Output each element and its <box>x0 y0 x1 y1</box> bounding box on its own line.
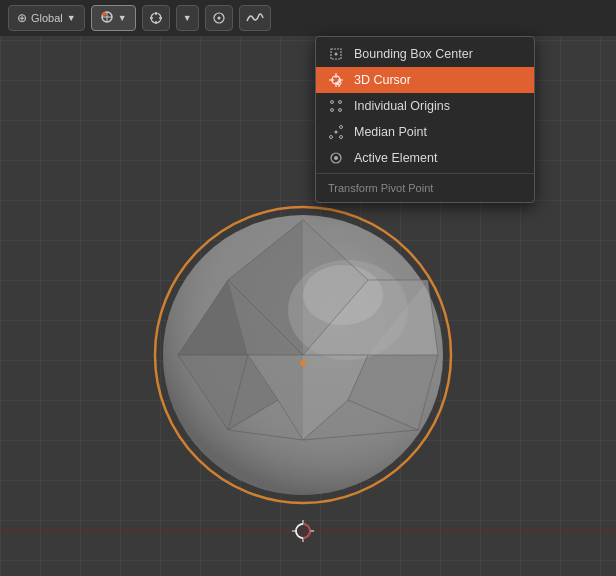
menu-divider <box>316 173 534 174</box>
svg-point-31 <box>335 131 338 134</box>
svg-point-28 <box>330 136 333 139</box>
svg-point-3 <box>102 12 106 16</box>
pivot-point-selector[interactable]: ▼ <box>91 5 136 31</box>
svg-point-27 <box>340 110 341 111</box>
falloff-button[interactable] <box>239 5 271 31</box>
pivot-icon <box>100 10 114 26</box>
chevron-down-icon: ▼ <box>118 13 127 23</box>
snap-toggle-button[interactable] <box>142 5 170 31</box>
individual-origins-icon <box>328 98 344 114</box>
menu-item-median-point[interactable]: Median Point <box>316 119 534 145</box>
svg-point-33 <box>334 156 338 160</box>
svg-point-24 <box>332 102 333 103</box>
chevron-down-icon: ▼ <box>67 13 76 23</box>
menu-item-active-element-label: Active Element <box>354 151 437 165</box>
top-toolbar: ⊕ Global ▼ ▼ ▼ <box>0 0 616 36</box>
svg-point-26 <box>332 110 333 111</box>
menu-item-individual-origins-label: Individual Origins <box>354 99 450 113</box>
menu-item-3d-cursor-label: 3D Cursor <box>354 73 411 87</box>
transform-orientation-selector[interactable]: ⊕ Global ▼ <box>8 5 85 31</box>
svg-point-47 <box>303 265 383 325</box>
3d-cursor-icon <box>328 72 344 88</box>
orientation-label: Global <box>31 12 63 24</box>
menu-item-3d-cursor[interactable]: 3D Cursor <box>316 67 534 93</box>
snap-options-button[interactable]: ▼ <box>176 5 199 31</box>
svg-point-12 <box>335 53 338 56</box>
menu-item-individual-origins[interactable]: Individual Origins <box>316 93 534 119</box>
svg-point-10 <box>217 17 220 20</box>
3d-sphere <box>148 200 458 510</box>
svg-point-70 <box>300 360 306 366</box>
menu-item-median-point-label: Median Point <box>354 125 427 139</box>
svg-point-25 <box>340 102 341 103</box>
active-element-icon <box>328 150 344 166</box>
3d-cursor-viewport <box>292 520 314 542</box>
pivot-point-dropdown: Bounding Box Center 3D Cursor <box>315 36 535 203</box>
proportional-editing-button[interactable] <box>205 5 233 31</box>
menu-item-active-element[interactable]: Active Element <box>316 145 534 171</box>
svg-point-30 <box>340 136 343 139</box>
bounding-box-icon <box>328 46 344 62</box>
dropdown-title: Transform Pivot Point <box>316 176 534 198</box>
menu-item-bounding-box-label: Bounding Box Center <box>354 47 473 61</box>
menu-item-bounding-box[interactable]: Bounding Box Center <box>316 41 534 67</box>
orientation-icon: ⊕ <box>17 11 27 25</box>
chevron-down-icon: ▼ <box>183 13 192 23</box>
median-point-icon <box>328 124 344 140</box>
svg-point-29 <box>340 126 343 129</box>
